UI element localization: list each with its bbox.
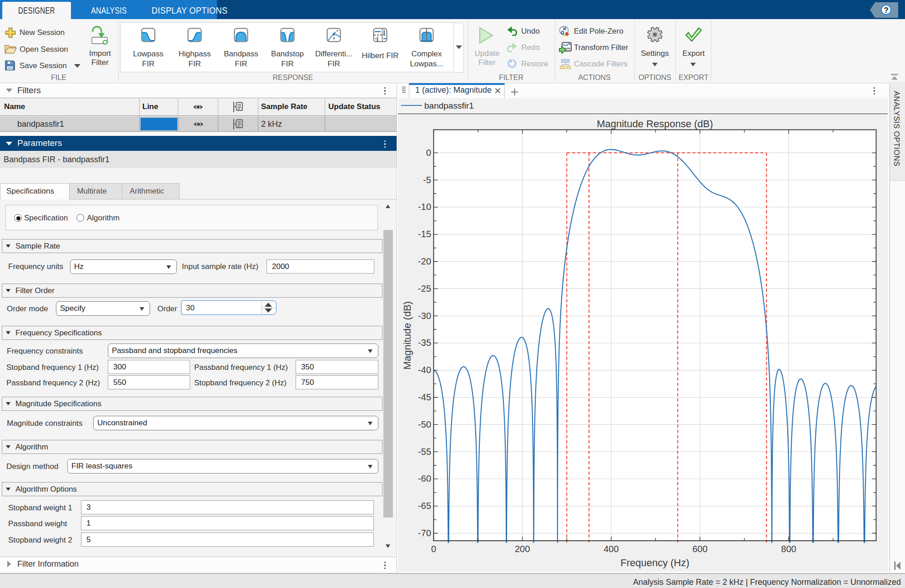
svg-text:0: 0	[431, 544, 436, 554]
svg-text:-j: -j	[375, 35, 378, 42]
svg-text:-65: -65	[418, 501, 431, 511]
svg-text:-60: -60	[418, 473, 431, 483]
svg-text:0: 0	[426, 148, 431, 158]
svg-text:-40: -40	[418, 365, 431, 375]
svg-text:Magnitude (dB): Magnitude (dB)	[402, 301, 413, 369]
svg-text:-20: -20	[418, 256, 431, 266]
svg-text:j: j	[383, 29, 385, 35]
svg-text:800: 800	[781, 544, 796, 554]
svg-text:-55: -55	[418, 447, 431, 457]
svg-text:-5: -5	[423, 175, 431, 185]
svg-text:-25: -25	[418, 284, 431, 294]
svg-text:200: 200	[515, 544, 530, 554]
svg-text:-50: -50	[418, 419, 431, 429]
svg-text:-15: -15	[418, 229, 431, 239]
svg-text:-35: -35	[418, 338, 431, 348]
svg-text:400: 400	[603, 544, 618, 554]
svg-text:-70: -70	[418, 528, 431, 538]
svg-text:Magnitude Response (dB): Magnitude Response (dB)	[597, 118, 713, 130]
svg-text:-10: -10	[418, 202, 431, 212]
svg-text:600: 600	[692, 544, 707, 554]
svg-text:-30: -30	[418, 311, 431, 321]
svg-text:-45: -45	[418, 392, 431, 402]
svg-text:Frequency (Hz): Frequency (Hz)	[620, 557, 689, 568]
